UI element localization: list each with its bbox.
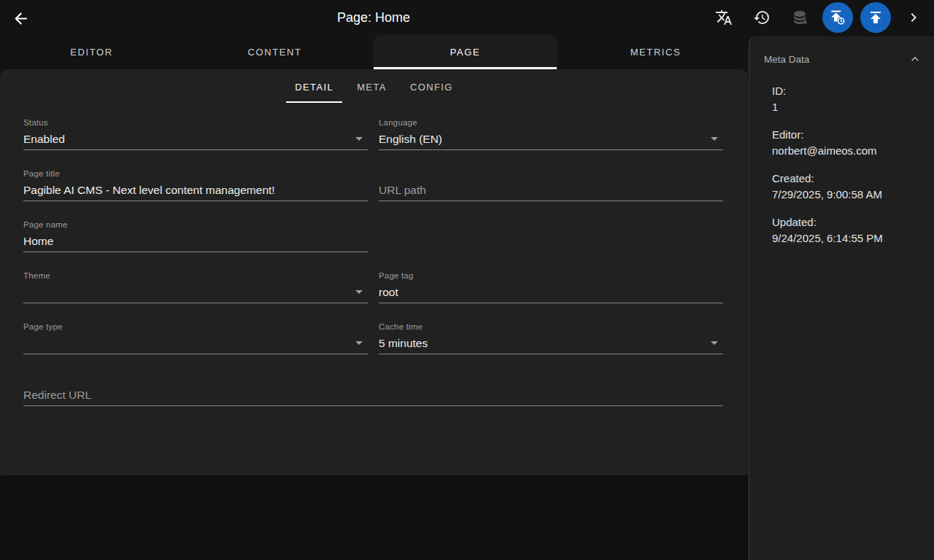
dropdown-arrow-icon: [355, 137, 363, 141]
page-title-input[interactable]: [23, 184, 368, 197]
language-value: English (EN): [379, 133, 711, 146]
expand-panel-button[interactable]: [895, 2, 933, 33]
content-background: [0, 475, 748, 560]
meta-data-title: Meta Data: [764, 54, 809, 65]
page-detail-panel: DETAIL META CONFIG Status Enabled Langua…: [0, 69, 748, 475]
status-field: Status Enabled: [23, 117, 368, 150]
publish-button[interactable]: [860, 2, 891, 33]
meta-item-value: 1: [772, 99, 922, 115]
main-tab-bar: EDITOR CONTENT PAGE METRICS: [0, 35, 747, 69]
dropdown-arrow-icon: [355, 290, 363, 294]
page-name-label: Page name: [23, 219, 368, 230]
page-title: Page: Home: [0, 0, 747, 35]
page-type-field: Page type: [23, 322, 368, 354]
tab-page[interactable]: PAGE: [374, 35, 557, 69]
meta-item-value: norbert@aimeos.com: [772, 143, 922, 159]
subtab-detail[interactable]: DETAIL: [283, 69, 345, 104]
meta-item-updated: Updated: 9/24/2025, 6:14:55 PM: [772, 214, 922, 246]
language-field: Language English (EN): [379, 117, 723, 150]
status-label: Status: [23, 117, 368, 128]
translate-button[interactable]: [705, 2, 743, 33]
subtab-meta[interactable]: META: [345, 69, 398, 104]
upload-clock-icon: [829, 9, 846, 26]
status-value: Enabled: [23, 133, 355, 146]
meta-item-value: 9/24/2025, 6:14:55 PM: [772, 230, 922, 246]
publish-action: [857, 2, 895, 33]
meta-item-editor: Editor: norbert@aimeos.com: [772, 127, 922, 159]
dropdown-arrow-icon: [711, 137, 718, 141]
appbar-actions: [705, 2, 933, 33]
page-tag-label: Page tag: [379, 271, 723, 281]
theme-select[interactable]: [23, 281, 368, 303]
page-tag-input[interactable]: [379, 286, 723, 299]
page-tag-field: Page tag: [379, 271, 723, 303]
meta-data-sidebar: Meta Data ID: 1 Editor: norbert@aimeos.c…: [749, 36, 934, 560]
meta-item-label: Updated:: [772, 214, 922, 230]
publish-schedule-button[interactable]: [822, 2, 853, 33]
meta-item-label: ID:: [772, 83, 922, 99]
chevron-right-icon: [905, 9, 922, 26]
language-select[interactable]: English (EN): [379, 128, 723, 150]
page-type-label: Page type: [23, 322, 368, 332]
page-title-field: Page title: [23, 168, 368, 201]
publish-schedule-action: [819, 2, 857, 33]
app-bar: Page: Home: [0, 0, 934, 35]
url-path-label: [379, 168, 723, 179]
dropdown-arrow-icon: [355, 341, 363, 345]
page-name-field: Page name: [23, 219, 368, 252]
meta-item-value: 7/29/2025, 9:00:58 AM: [772, 187, 922, 203]
meta-data-list: ID: 1 Editor: norbert@aimeos.com Created…: [749, 74, 934, 246]
redirect-url-input[interactable]: [23, 389, 723, 402]
meta-item-label: Editor:: [772, 127, 922, 143]
history-button[interactable]: [743, 2, 781, 33]
meta-item-label: Created:: [772, 171, 922, 187]
page-type-select[interactable]: [23, 332, 368, 354]
redirect-url-label: [23, 373, 723, 384]
sub-tab-bar: DETAIL META CONFIG: [0, 69, 748, 104]
cache-time-value: 5 minutes: [379, 337, 711, 350]
page-title-label: Page title: [23, 168, 368, 179]
collapse-panel-button[interactable]: [905, 49, 925, 69]
meta-data-header: Meta Data: [749, 36, 934, 74]
meta-item-created: Created: 7/29/2025, 9:00:58 AM: [772, 171, 922, 203]
upload-icon: [867, 9, 884, 26]
dropdown-arrow-icon: [711, 341, 718, 345]
language-label: Language: [379, 117, 723, 128]
redirect-url-field: [23, 373, 723, 406]
theme-field: Theme: [23, 271, 368, 303]
theme-label: Theme: [23, 271, 368, 281]
chevron-up-icon: [908, 52, 922, 66]
status-select[interactable]: Enabled: [23, 128, 368, 150]
page-name-input[interactable]: [23, 235, 368, 248]
subtab-config[interactable]: CONFIG: [398, 69, 465, 104]
database-download-icon: [791, 9, 808, 26]
meta-item-id: ID: 1: [772, 83, 922, 115]
url-path-input[interactable]: [379, 184, 723, 197]
url-path-field: [379, 168, 723, 201]
tab-metrics[interactable]: METRICS: [564, 35, 747, 69]
cache-time-field: Cache time 5 minutes: [379, 322, 723, 354]
tab-editor[interactable]: EDITOR: [0, 35, 183, 69]
cache-time-label: Cache time: [379, 322, 723, 332]
translate-icon: [715, 9, 733, 26]
cache-time-select[interactable]: 5 minutes: [379, 332, 723, 354]
database-download-button: [781, 2, 819, 33]
tab-content[interactable]: CONTENT: [183, 35, 366, 69]
history-icon: [753, 9, 771, 26]
